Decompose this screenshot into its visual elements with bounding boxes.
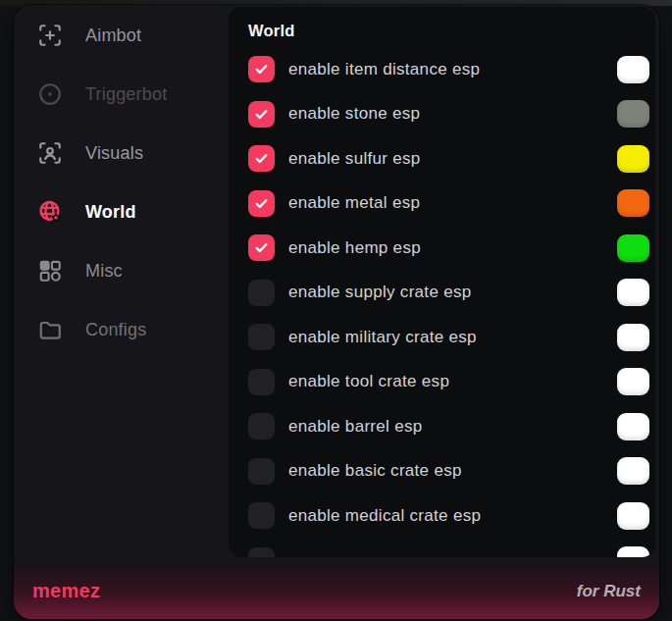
esp-option-row: enable basic crate esp: [229, 449, 655, 494]
esp-option-label: enable hemp esp: [288, 238, 617, 258]
esp-checkbox[interactable]: [248, 458, 275, 485]
sidebar-item-configs[interactable]: Configs: [14, 300, 229, 359]
esp-color-swatch[interactable]: [617, 234, 649, 262]
aimbot-crosshair-icon: [37, 23, 63, 48]
esp-options-list: enable item distance esp enable stone es…: [229, 47, 655, 557]
esp-option-row: enable medical crate esp: [229, 493, 655, 539]
sidebar-item-world[interactable]: World: [14, 182, 229, 241]
sidebar-item-label: Misc: [85, 261, 123, 282]
esp-option-row: enable hemp esp: [229, 226, 655, 271]
esp-color-swatch[interactable]: [617, 279, 649, 306]
esp-color-swatch[interactable]: [617, 56, 649, 83]
esp-option-row: [229, 539, 655, 558]
esp-checkbox[interactable]: [248, 502, 275, 529]
world-settings-panel: World enable item distance esp enable st…: [229, 7, 655, 557]
esp-option-label: enable stone esp: [288, 104, 617, 124]
esp-option-row: enable tool crate esp: [229, 360, 655, 405]
esp-option-label: enable basic crate esp: [288, 461, 617, 481]
esp-checkbox[interactable]: [248, 413, 275, 440]
esp-option-label: enable supply crate esp: [288, 283, 617, 302]
esp-checkbox[interactable]: [248, 234, 275, 261]
footer-bar: memez for Rust: [14, 563, 659, 619]
esp-option-label: enable tool crate esp: [288, 372, 617, 391]
esp-option-label: enable medical crate esp: [288, 506, 617, 526]
esp-option-row: enable sulfur esp: [229, 136, 655, 181]
esp-option-row: enable supply crate esp: [229, 271, 655, 316]
esp-option-label: enable barrel esp: [288, 417, 617, 437]
sidebar-item-label: Aimbot: [85, 26, 141, 46]
esp-color-swatch[interactable]: [617, 368, 649, 395]
sidebar-item-label: Visuals: [85, 143, 143, 164]
brand-tagline: for Rust: [577, 582, 641, 601]
esp-option-row: enable item distance esp: [229, 47, 655, 92]
esp-option-label: enable sulfur esp: [288, 149, 617, 169]
esp-checkbox[interactable]: [248, 280, 275, 306]
esp-color-swatch[interactable]: [617, 413, 649, 440]
sidebar-item-label: World: [85, 202, 136, 223]
esp-color-swatch[interactable]: [617, 546, 649, 557]
esp-checkbox[interactable]: [248, 56, 275, 82]
visuals-scan-user-icon: [37, 140, 63, 166]
configs-folder-icon: [37, 317, 63, 342]
esp-color-swatch[interactable]: [617, 189, 649, 217]
triggerbot-target-icon: [37, 81, 63, 107]
esp-color-swatch[interactable]: [617, 502, 649, 530]
esp-option-row: enable military crate esp: [229, 315, 655, 360]
esp-color-swatch[interactable]: [617, 145, 649, 173]
esp-color-swatch[interactable]: [617, 324, 649, 351]
esp-option-row: enable barrel esp: [229, 404, 655, 449]
esp-option-row: enable stone esp: [229, 92, 655, 137]
sidebar: Aimbot Triggerbot Visuals: [14, 5, 229, 359]
sidebar-item-visuals[interactable]: Visuals: [14, 124, 229, 182]
esp-checkbox[interactable]: [248, 547, 275, 557]
sidebar-item-misc[interactable]: Misc: [14, 241, 229, 300]
esp-option-label: enable item distance esp: [288, 60, 617, 79]
esp-checkbox[interactable]: [248, 101, 275, 128]
esp-color-swatch[interactable]: [617, 457, 649, 485]
esp-checkbox[interactable]: [248, 324, 275, 350]
esp-option-label: enable metal esp: [288, 193, 617, 213]
misc-shapes-icon: [37, 258, 63, 284]
esp-color-swatch[interactable]: [617, 100, 649, 128]
cheat-menu-window: Aimbot Triggerbot Visuals: [14, 5, 659, 619]
panel-title: World: [229, 7, 655, 40]
esp-checkbox[interactable]: [248, 190, 275, 217]
esp-option-row: enable metal esp: [229, 181, 655, 227]
sidebar-item-triggerbot[interactable]: Triggerbot: [14, 65, 229, 124]
esp-checkbox[interactable]: [248, 145, 275, 172]
brand-name: memez: [32, 580, 100, 602]
world-globe-icon: [37, 199, 63, 225]
sidebar-item-aimbot[interactable]: Aimbot: [14, 6, 229, 65]
sidebar-item-label: Configs: [85, 320, 146, 340]
esp-checkbox[interactable]: [248, 369, 275, 395]
sidebar-item-label: Triggerbot: [85, 84, 167, 105]
esp-option-label: enable military crate esp: [288, 328, 617, 347]
